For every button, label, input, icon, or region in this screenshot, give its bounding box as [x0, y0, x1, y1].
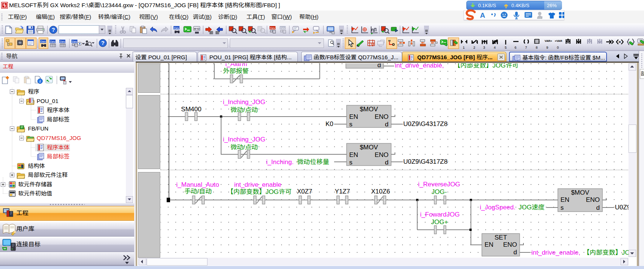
svg-text:Dev: Dev	[280, 26, 285, 30]
svg-text:Dev: Dev	[40, 40, 46, 43]
svg-text:7: 7	[525, 46, 527, 49]
svg-text:Dev: Dev	[50, 40, 55, 43]
svg-text:结构体: 结构体	[28, 163, 45, 169]
svg-text:i_Inching_JOG: i_Inching_JOG	[223, 98, 265, 106]
svg-text:U0Z9\G4317Z8: U0Z9\G4317Z8	[403, 158, 447, 164]
svg-text:0: 0	[557, 46, 559, 49]
svg-text:?: ?	[101, 40, 104, 46]
svg-text:i_FowardJOG: i_FowardJOG	[420, 211, 460, 218]
svg-text:4: 4	[494, 46, 495, 49]
svg-text:微动/点动: 微动/点动	[231, 144, 258, 150]
svg-text:7: 7	[541, 16, 543, 20]
svg-text:微动位移量: 微动位移量	[297, 158, 329, 165]
svg-text:?: ?	[51, 27, 55, 32]
svg-text:外部报警: 外部报警	[223, 68, 249, 74]
svg-text:Dev: Dev	[270, 26, 275, 30]
svg-text:EN: EN	[560, 196, 570, 203]
svg-text:U0Z9\G4317Z8: U0Z9\G4317Z8	[403, 120, 447, 127]
svg-text:$MOV: $MOV	[360, 106, 378, 112]
svg-text:R: R	[619, 40, 621, 44]
svg-text:3: 3	[483, 46, 485, 49]
svg-text:ENO: ENO	[586, 196, 600, 203]
svg-text:s: s	[560, 204, 564, 211]
svg-text:局部软元件注释: 局部软元件注释	[28, 172, 68, 178]
svg-text:i_JogSpeed.: i_JogSpeed.	[480, 204, 516, 211]
svg-text:EN: EN	[349, 113, 358, 120]
svg-text:int_drive_enable,: int_drive_enable,	[531, 249, 580, 256]
svg-text:SET: SET	[494, 234, 507, 240]
svg-text:=VAR: =VAR	[555, 39, 562, 43]
svg-text:Y1Z7: Y1Z7	[335, 188, 350, 194]
svg-text:8: 8	[536, 46, 537, 49]
svg-text:VAR=: VAR=	[545, 39, 552, 43]
svg-text:程序本体: 程序本体	[47, 144, 70, 150]
svg-text:SM400: SM400	[181, 106, 201, 112]
svg-text:i_Manual_Auto: i_Manual_Auto	[176, 181, 219, 188]
svg-text:EN: EN	[485, 241, 494, 247]
svg-text:程序: 程序	[28, 89, 39, 94]
svg-text:2: 2	[473, 46, 475, 49]
svg-text:d: d	[385, 121, 389, 127]
svg-text:程序本体: 程序本体	[47, 107, 70, 113]
svg-text:POU_01: POU_01	[37, 98, 59, 104]
svg-text:ENO: ENO	[503, 241, 517, 247]
svg-text:Dev: Dev	[174, 26, 179, 30]
svg-text:d: d	[514, 249, 517, 255]
svg-text:s: s	[349, 121, 353, 127]
svg-text:$MOV: $MOV	[571, 189, 590, 195]
svg-text:局部标签: 局部标签	[47, 153, 70, 159]
svg-text:i_Inching_JOG: i_Inching_JOG	[223, 136, 265, 143]
svg-text:int_drive_enable: int_drive_enable	[234, 181, 282, 188]
svg-text:Dev: Dev	[72, 40, 77, 43]
svg-text:A: A	[480, 11, 485, 19]
svg-text:手动/自动: 手动/自动	[184, 188, 212, 194]
svg-text:JOG+: JOG+	[431, 218, 448, 225]
svg-text:i_ReverseJOG: i_ReverseJOG	[418, 181, 460, 188]
svg-text:s: s	[349, 159, 353, 165]
svg-text:ENO: ENO	[375, 113, 389, 120]
svg-text:X0Z7: X0Z7	[297, 188, 313, 194]
svg-text:QD77MS16_JOG: QD77MS16_JOG	[37, 135, 81, 141]
svg-text:JOG-: JOG-	[432, 188, 447, 195]
svg-text:d: d	[596, 204, 600, 211]
svg-text:6: 6	[514, 46, 516, 49]
svg-text:Dev: Dev	[60, 40, 65, 43]
svg-text:5: 5	[505, 46, 506, 49]
svg-text:9: 9	[546, 46, 548, 49]
svg-text:X10Z6: X10Z6	[371, 188, 390, 194]
svg-text:i_Inching.: i_Inching.	[266, 158, 294, 166]
svg-text:EN: EN	[349, 151, 358, 158]
svg-text:【内部变数】JOG许可: 【内部变数】JOG许可	[227, 188, 292, 195]
svg-text:ENO: ENO	[375, 151, 389, 158]
svg-text:$MOV: $MOV	[360, 144, 378, 150]
svg-text:d: d	[385, 159, 389, 165]
svg-text:1: 1	[463, 46, 464, 49]
svg-text:微动/点动: 微动/点动	[231, 106, 258, 113]
svg-text:H‧O: H‧O	[194, 27, 200, 31]
svg-text:软元件初始值: 软元件初始值	[18, 190, 52, 196]
svg-text:i: i	[40, 79, 41, 83]
svg-text:局部标签: 局部标签	[47, 116, 70, 122]
svg-text:软元件存储器: 软元件存储器	[18, 181, 52, 187]
svg-text:K0: K0	[325, 120, 333, 127]
svg-text:JOG速度: JOG速度	[519, 204, 545, 210]
svg-text:FB/FUN: FB/FUN	[28, 126, 48, 131]
